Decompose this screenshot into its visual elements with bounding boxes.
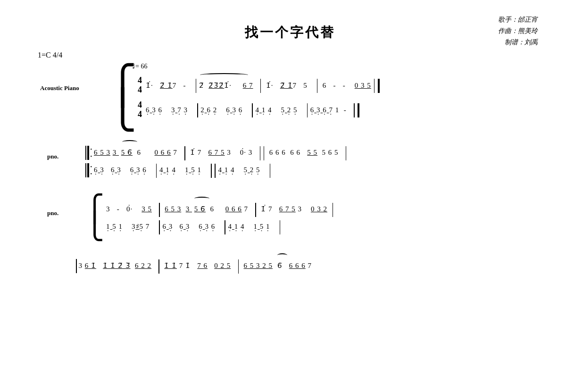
pno-label-2: pno. <box>47 153 58 160</box>
slur-arc <box>122 140 137 144</box>
tempo: ♩= 66 <box>132 62 542 70</box>
bass-notes-3: 1 5 1 3♯5 7 6 3 6 3 6 3 6 4 1 4 1 5 1 <box>106 219 281 234</box>
barline <box>252 103 253 117</box>
bass-row-3: ⎩ 1 5 1 3♯5 7 6 3 6 3 6 3 6 4 1 4 1 5 1 <box>85 219 542 234</box>
barline <box>270 164 271 178</box>
main-title: 找一个字代替 <box>38 24 542 42</box>
bass-notes-2: 6 3 6 3 6 3 6 4 1 4 1 5 1 4 1 4 5 2 5 <box>94 162 271 178</box>
slur-arc <box>277 253 287 257</box>
time-sig-treble: 4 4 <box>138 76 142 95</box>
barline-2 <box>264 146 265 160</box>
system-1: Acoustic Piano ⎧ 4 4 1̇· 2̈ 1̇7 - 2̈ 2̈3… <box>108 74 542 121</box>
barline <box>317 79 318 93</box>
final-barline <box>358 103 359 117</box>
barline <box>280 220 281 234</box>
barline <box>159 220 160 234</box>
barline <box>159 203 160 217</box>
brace-bottom-3: ⎩ <box>85 219 104 234</box>
barline <box>184 146 185 160</box>
system-4: 3 6 1̇ 1̇ 1̇ 2̈ 3̈ 6 2 2 1̇ 1̇ 7 1̇ 7 6 … <box>75 258 542 274</box>
treble-row-2: • • 6 5 3 3 5 6̈ 6 0 6 6 7 1̇ 7 6 7 5 3 … <box>85 145 542 160</box>
barline <box>196 79 197 93</box>
meta-info: 歌手：邰正宵 作曲：熊美玲 制谱：刘禹 <box>498 14 538 48</box>
system-3: pno. ⎧ 3 - 0· 3 5 6 5 3 3 5 6̈ 6 0 6 6 7 <box>85 201 542 234</box>
barline <box>260 146 261 160</box>
system-2: pno. • • 6 5 3 3 5 6̈ 6 0 <box>85 145 542 178</box>
barline <box>211 164 212 178</box>
final-barline <box>378 79 380 93</box>
barline <box>333 203 333 217</box>
treble-notes-3: 3 - 0· 3 5 6 5 3 3 5 6̈ 6 0 6 6 7 1̇ 7 6… <box>106 201 333 217</box>
arranger-label: 制谱：刘禹 <box>498 37 538 48</box>
instrument-label: Acoustic Piano <box>40 84 79 92</box>
barline <box>354 103 355 117</box>
barline <box>307 103 308 117</box>
treble-row-4: 3 6 1̇ 1̇ 1̇ 2̈ 3̈ 6 2 2 1̇ 1̇ 7 1̇ 7 6 … <box>75 258 542 274</box>
treble-notes-4: 3 6 1̇ 1̇ 1̇ 2̈ 3̈ 6 2 2 1̇ 1̇ 7 1̇ 7 6 … <box>79 258 316 274</box>
barline <box>158 259 159 274</box>
barline <box>374 79 375 93</box>
treble-notes-1: 1̇· 2̈ 1̇7 - 2̈ 2̈3̈2̈1̇· 6 7 1̇· 2̈ 1̇7… <box>146 78 380 93</box>
composer-label: 作曲：熊美玲 <box>498 25 538 37</box>
singer-label: 歌手：邰正宵 <box>498 14 538 25</box>
bass-row-2: • • 6 3 6 3 6 3 6 4 1 4 1 5 1 4 1 4 5 2 … <box>85 162 542 178</box>
barline-2 <box>215 164 216 178</box>
slur-arc <box>194 197 209 200</box>
barline <box>346 146 347 160</box>
barline <box>260 79 261 93</box>
barline <box>156 164 157 178</box>
title-section: 找一个字代替 <box>38 24 542 42</box>
bass-notes-1: 6 3 6 3 7 3 2 6 2 6 3 6 4 1 4 5 2 5 6 3 … <box>146 102 360 118</box>
barline <box>225 220 225 234</box>
treble-notes-2: 6 5 3 3 5 6̈ 6 0 6 6 7 1̇ 7 6 7 5 3 0· 3… <box>94 145 347 160</box>
pno-label-3: pno. <box>47 209 58 217</box>
time-sig-bass: 4 4 <box>138 100 142 119</box>
treble-row-1: ⎧ 4 4 1̇· 2̈ 1̇7 - 2̈ 2̈3̈2̈1̇· 6 7 1̇· <box>108 74 542 97</box>
barline <box>255 203 256 217</box>
repeat-start: • • <box>85 146 92 160</box>
page: 找一个字代替 歌手：邰正宵 作曲：熊美玲 制谱：刘禹 1=C 4/4 ♩= 66… <box>0 0 566 392</box>
repeat-start-bass: • • <box>85 163 92 177</box>
brace-bottom: ⎩ <box>108 99 137 121</box>
barline <box>197 103 198 117</box>
treble-row-3: ⎧ 3 - 0· 3 5 6 5 3 3 5 6̈ 6 0 6 6 7 1̇ 7 <box>85 201 542 217</box>
key-time: 1=C 4/4 <box>38 51 542 59</box>
bass-row-1: ⎩ 4 4 6 3 6 3 7 3 2 6 2 6 3 6 4 1 4 5 2 … <box>108 99 542 121</box>
slur-arc <box>200 73 248 77</box>
barline <box>238 259 239 274</box>
